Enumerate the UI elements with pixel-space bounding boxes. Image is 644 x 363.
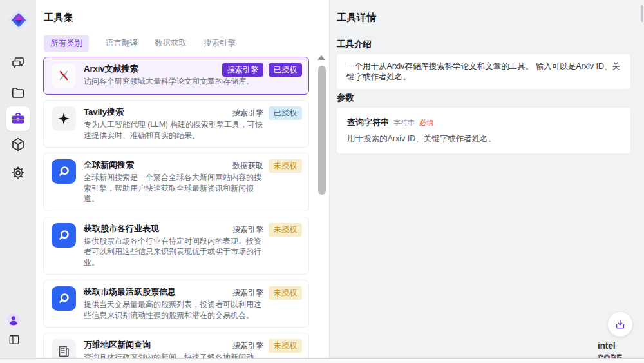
category-badge: 搜索引擎: [232, 339, 263, 353]
tool-card-regional-news[interactable]: 万维地区新闻查询 查询具体行政区划内的新闻，快速了解各地新闻动 搜索引擎 未授权: [43, 333, 309, 358]
four-point-star-icon: [52, 106, 76, 131]
window-bottom-bar: [0, 358, 644, 363]
category-badge: 数据获取: [232, 159, 263, 173]
category-badge: 搜索引擎: [222, 63, 263, 77]
search-icon: [52, 286, 76, 311]
toolbox-icon: [10, 111, 26, 126]
tool-card-tavily[interactable]: Tavily搜索 专为人工智能代理 (LLM) 构建的搜索引擎工具，可快速提供实…: [43, 100, 309, 148]
category-badge: 搜索引擎: [232, 106, 263, 120]
category-tabs: 所有类别 语言翻译 数据获取 搜索引擎: [44, 35, 236, 52]
tool-description: 提供当天交易量最高的股票列表，投资者可以利用这些信息来识别流动性强的股票和潜在的…: [84, 299, 264, 320]
parameter-card: 查询字符串 字符串 必填 用于搜索的Arxiv ID、关键字或作者姓名。: [337, 108, 630, 153]
tool-card-list: Arxiv文献搜索 访问各个研究领域大量科学论文和文章的存储库。 搜索引擎 已授…: [43, 57, 309, 358]
chat-icon: [10, 55, 26, 71]
folder-icon: [10, 85, 26, 101]
download-button[interactable]: [608, 312, 632, 337]
tool-description: 查询具体行政区划内的新闻，快速了解各地新闻动: [84, 352, 264, 358]
tools-panel: 工具集 所有类别 语言翻译 数据获取 搜索引擎 A: [36, 0, 330, 358]
tool-card-sector-performance[interactable]: 获取股市各行业表现 提供股票市场各个行业在特定时间段内的表现。投资者可以利用这些…: [43, 217, 309, 275]
gear-icon: [10, 165, 26, 181]
cube-icon: [10, 137, 26, 152]
auth-status-badge: 未授权: [269, 286, 302, 300]
category-badge: 搜索引擎: [232, 286, 263, 300]
sidebar-item-settings[interactable]: [10, 165, 26, 181]
auth-status-badge: 已授权: [269, 106, 302, 120]
tool-description: 专为人工智能代理 (LLM) 构建的搜索引擎工具，可快速提供实时、准确和真实的结…: [84, 119, 264, 141]
intel-brand-text: intel: [598, 340, 615, 351]
tab-language-translation[interactable]: 语言翻译: [106, 35, 138, 52]
auth-status-badge: 未授权: [269, 339, 302, 353]
app-logo-icon: [7, 8, 30, 32]
search-icon: [52, 159, 76, 184]
intel-core-logo: intel CORE Ultra: [598, 340, 638, 358]
tool-card-most-active-stocks[interactable]: 获取市场最活跃股票信息 提供当天交易量最高的股票列表，投资者可以利用这些信息来识…: [43, 280, 309, 328]
category-badge: 搜索引擎: [232, 223, 263, 237]
parameter-required-flag: 必填: [419, 118, 433, 128]
parameter-description: 用于搜索的Arxiv ID、关键字或作者姓名。: [347, 133, 620, 144]
tool-card-arxiv[interactable]: Arxiv文献搜索 访问各个研究领域大量科学论文和文章的存储库。 搜索引擎 已授…: [43, 57, 309, 95]
sidebar-item-models[interactable]: [10, 137, 26, 152]
tool-details-panel: 工具详情 工具介绍 一个用于从Arxiv存储库搜索科学论文和文章的工具。 输入可…: [330, 0, 644, 358]
details-title: 工具详情: [337, 12, 377, 24]
panel-collapse-icon: [8, 333, 21, 346]
tools-panel-title: 工具集: [44, 12, 74, 24]
params-heading: 参数: [337, 92, 354, 104]
tool-description: 访问各个研究领域大量科学论文和文章的存储库。: [84, 76, 264, 87]
sidebar: [0, 0, 36, 358]
list-scrollbar-thumb[interactable]: [318, 66, 326, 195]
search-icon: [52, 223, 76, 248]
parameter-name: 查询字符串: [347, 117, 389, 128]
intro-heading: 工具介绍: [337, 39, 372, 50]
parameter-type: 字符串: [393, 118, 415, 128]
tab-data-fetch[interactable]: 数据获取: [155, 35, 187, 52]
intro-card: 一个用于从Arxiv存储库搜索科学论文和文章的工具。 输入可以是Arxiv ID…: [337, 54, 630, 89]
arxiv-x-icon: [52, 63, 76, 88]
auth-status-badge: 已授权: [269, 63, 302, 77]
newspaper-icon: [52, 339, 76, 358]
tab-search-engine[interactable]: 搜索引擎: [204, 35, 236, 52]
tool-description: 全球新闻搜索是一个聚合全球各大新闻网站内容的搜索引擎，帮助用户快速获取全球最新资…: [84, 172, 264, 204]
sidebar-item-files[interactable]: [10, 85, 26, 101]
sidebar-item-tools[interactable]: [6, 106, 30, 131]
tool-card-global-news[interactable]: 全球新闻搜索 全球新闻搜索是一个聚合全球各大新闻网站内容的搜索引擎，帮助用户快速…: [43, 153, 309, 211]
app-window: 工具集 所有类别 语言翻译 数据获取 搜索引擎 A: [0, 0, 644, 363]
auth-status-badge: 未授权: [269, 159, 302, 173]
tool-description: 提供股票市场各个行业在特定时间段内的表现。投资者可以利用这些信息来识别表现优于或…: [84, 236, 264, 268]
page-scrollbar-thumb[interactable]: [641, 5, 643, 22]
avatar-icon: [6, 313, 21, 327]
scroll-up-arrow-icon[interactable]: [317, 55, 325, 60]
intro-text: 一个用于从Arxiv存储库搜索科学论文和文章的工具。 输入可以是Arxiv ID…: [346, 62, 620, 81]
user-avatar[interactable]: [6, 313, 21, 327]
auth-status-badge: 未授权: [269, 223, 302, 237]
core-brand-text: CORE: [598, 353, 623, 358]
download-icon: [614, 318, 627, 331]
sidebar-item-chat[interactable]: [10, 55, 26, 71]
collapse-sidebar-button[interactable]: [8, 333, 21, 346]
tab-all-categories[interactable]: 所有类别: [44, 35, 89, 52]
